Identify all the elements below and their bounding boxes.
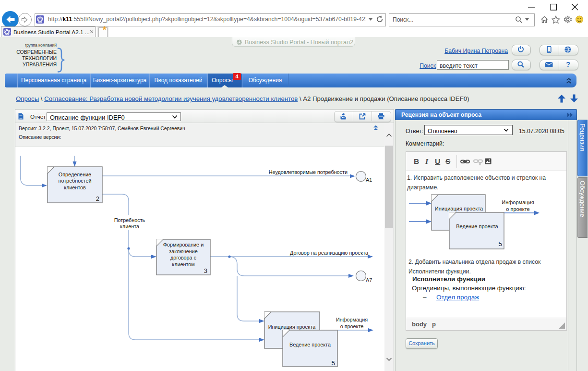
svg-text:потребностей: потребностей <box>59 178 92 184</box>
svg-text:Договор на реализацию проекта: Договор на реализацию проекта <box>290 250 368 256</box>
svg-text:Потребность: Потребность <box>114 217 145 223</box>
svg-text:клиентов: клиентов <box>64 185 86 190</box>
svg-text:Инициация проекта: Инициация проекта <box>268 324 316 330</box>
svg-text:Неудовлетворимые потребности: Неудовлетворимые потребности <box>269 169 348 175</box>
svg-text:5: 5 <box>331 359 335 367</box>
svg-text:клиентом: клиентом <box>172 261 194 267</box>
svg-text:2: 2 <box>96 195 99 202</box>
svg-text:Определение: Определение <box>59 172 91 177</box>
svg-text:клиента: клиента <box>120 223 139 229</box>
svg-text:A1: A1 <box>366 177 372 183</box>
svg-text:о проекте: о проекте <box>340 323 364 329</box>
svg-text:Ведение проекта: Ведение проекта <box>289 342 331 347</box>
svg-text:3: 3 <box>204 267 207 274</box>
svg-text:5: 5 <box>498 240 502 247</box>
svg-text:A7: A7 <box>366 277 372 283</box>
svg-text:Ведение проекта: Ведение проекта <box>456 223 498 229</box>
svg-text:заключение: заключение <box>169 248 198 254</box>
svg-text:договора с: договора с <box>170 255 197 260</box>
svg-text:о проекте: о проекте <box>506 206 529 212</box>
svg-text:Формирование и: Формирование и <box>163 242 204 247</box>
svg-text:Информация: Информация <box>502 199 534 205</box>
svg-text:Инициация проекта: Инициация проекта <box>435 206 483 211</box>
svg-text:Информация: Информация <box>336 317 368 322</box>
